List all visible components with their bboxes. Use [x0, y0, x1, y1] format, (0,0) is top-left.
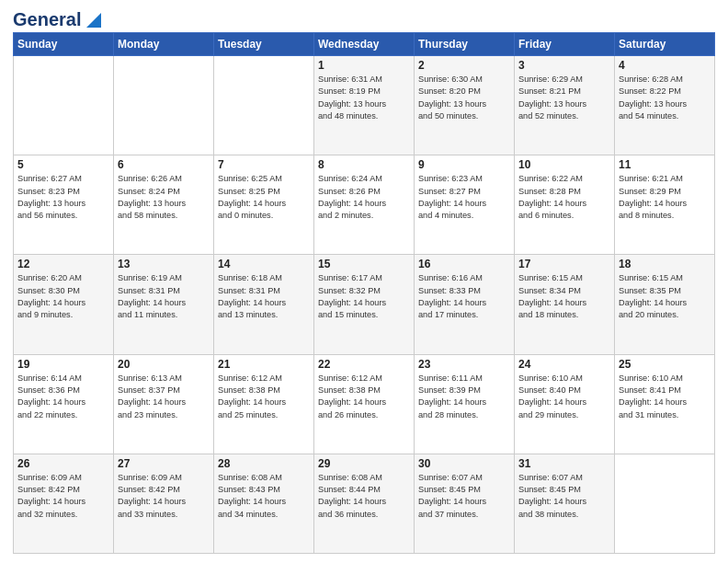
- day-number: 2: [418, 59, 510, 72]
- calendar-cell: 29Sunrise: 6:08 AM Sunset: 8:44 PM Dayli…: [314, 454, 415, 553]
- day-info: Sunrise: 6:25 AM Sunset: 8:25 PM Dayligh…: [218, 173, 310, 222]
- calendar-week-row: 12Sunrise: 6:20 AM Sunset: 8:30 PM Dayli…: [14, 255, 715, 354]
- day-number: 26: [17, 457, 109, 470]
- calendar-cell: 18Sunrise: 6:15 AM Sunset: 8:35 PM Dayli…: [615, 255, 715, 354]
- day-number: 16: [418, 258, 510, 270]
- calendar-cell: 14Sunrise: 6:18 AM Sunset: 8:31 PM Dayli…: [214, 255, 314, 354]
- day-info: Sunrise: 6:20 AM Sunset: 8:30 PM Dayligh…: [17, 272, 109, 321]
- calendar-cell: [615, 454, 715, 553]
- calendar-week-row: 5Sunrise: 6:27 AM Sunset: 8:23 PM Daylig…: [14, 155, 715, 255]
- day-info: Sunrise: 6:17 AM Sunset: 8:32 PM Dayligh…: [318, 272, 410, 321]
- day-number: 13: [118, 258, 210, 270]
- weekday-header-sunday: Sunday: [14, 33, 114, 56]
- header: General: [13, 9, 715, 27]
- day-info: Sunrise: 6:15 AM Sunset: 8:34 PM Dayligh…: [518, 272, 610, 321]
- day-number: 5: [17, 158, 109, 171]
- calendar-cell: 1Sunrise: 6:31 AM Sunset: 8:19 PM Daylig…: [314, 56, 415, 155]
- day-info: Sunrise: 6:10 AM Sunset: 8:41 PM Dayligh…: [619, 373, 711, 421]
- day-number: 1: [318, 59, 410, 72]
- day-info: Sunrise: 6:15 AM Sunset: 8:35 PM Dayligh…: [619, 272, 711, 321]
- day-info: Sunrise: 6:08 AM Sunset: 8:44 PM Dayligh…: [318, 472, 410, 521]
- calendar-cell: 25Sunrise: 6:10 AM Sunset: 8:41 PM Dayli…: [615, 354, 715, 454]
- day-info: Sunrise: 6:12 AM Sunset: 8:38 PM Dayligh…: [318, 373, 410, 421]
- calendar-table: SundayMondayTuesdayWednesdayThursdayFrid…: [13, 32, 715, 554]
- day-number: 17: [518, 258, 610, 270]
- day-info: Sunrise: 6:12 AM Sunset: 8:38 PM Dayligh…: [218, 373, 310, 421]
- calendar-cell: 11Sunrise: 6:21 AM Sunset: 8:29 PM Dayli…: [615, 155, 715, 255]
- day-info: Sunrise: 6:09 AM Sunset: 8:42 PM Dayligh…: [17, 472, 109, 521]
- day-number: 12: [17, 258, 109, 270]
- calendar-cell: 26Sunrise: 6:09 AM Sunset: 8:42 PM Dayli…: [14, 454, 114, 553]
- logo: General: [13, 9, 101, 27]
- day-info: Sunrise: 6:11 AM Sunset: 8:39 PM Dayligh…: [418, 373, 510, 421]
- calendar-cell: 21Sunrise: 6:12 AM Sunset: 8:38 PM Dayli…: [214, 354, 314, 454]
- day-info: Sunrise: 6:22 AM Sunset: 8:28 PM Dayligh…: [518, 173, 610, 222]
- calendar-cell: 16Sunrise: 6:16 AM Sunset: 8:33 PM Dayli…: [415, 255, 515, 354]
- day-info: Sunrise: 6:13 AM Sunset: 8:37 PM Dayligh…: [118, 373, 210, 421]
- day-info: Sunrise: 6:31 AM Sunset: 8:19 PM Dayligh…: [318, 74, 410, 122]
- calendar-cell: 15Sunrise: 6:17 AM Sunset: 8:32 PM Dayli…: [314, 255, 415, 354]
- calendar-cell: 30Sunrise: 6:07 AM Sunset: 8:45 PM Dayli…: [415, 454, 515, 553]
- day-info: Sunrise: 6:19 AM Sunset: 8:31 PM Dayligh…: [118, 272, 210, 321]
- day-number: 29: [318, 457, 410, 470]
- day-number: 14: [218, 258, 310, 270]
- calendar-cell: 19Sunrise: 6:14 AM Sunset: 8:36 PM Dayli…: [14, 354, 114, 454]
- calendar-cell: 27Sunrise: 6:09 AM Sunset: 8:42 PM Dayli…: [114, 454, 214, 553]
- day-info: Sunrise: 6:14 AM Sunset: 8:36 PM Dayligh…: [17, 373, 109, 421]
- day-info: Sunrise: 6:28 AM Sunset: 8:22 PM Dayligh…: [619, 74, 711, 122]
- calendar-cell: 28Sunrise: 6:08 AM Sunset: 8:43 PM Dayli…: [214, 454, 314, 553]
- calendar-cell: 22Sunrise: 6:12 AM Sunset: 8:38 PM Dayli…: [314, 354, 415, 454]
- calendar-cell: 10Sunrise: 6:22 AM Sunset: 8:28 PM Dayli…: [515, 155, 615, 255]
- weekday-header-tuesday: Tuesday: [214, 33, 314, 56]
- weekday-header-row: SundayMondayTuesdayWednesdayThursdayFrid…: [14, 33, 715, 56]
- day-number: 6: [118, 158, 210, 171]
- day-info: Sunrise: 6:30 AM Sunset: 8:20 PM Dayligh…: [418, 74, 510, 122]
- calendar-cell: [114, 56, 214, 155]
- day-info: Sunrise: 6:09 AM Sunset: 8:42 PM Dayligh…: [118, 472, 210, 521]
- svg-marker-0: [86, 13, 101, 28]
- calendar-cell: 12Sunrise: 6:20 AM Sunset: 8:30 PM Dayli…: [14, 255, 114, 354]
- calendar-cell: 4Sunrise: 6:28 AM Sunset: 8:22 PM Daylig…: [615, 56, 715, 155]
- day-number: 23: [418, 358, 510, 371]
- day-info: Sunrise: 6:23 AM Sunset: 8:27 PM Dayligh…: [418, 173, 510, 222]
- day-number: 19: [17, 358, 109, 371]
- calendar-cell: 24Sunrise: 6:10 AM Sunset: 8:40 PM Dayli…: [515, 354, 615, 454]
- day-number: 30: [418, 457, 510, 470]
- calendar-cell: 2Sunrise: 6:30 AM Sunset: 8:20 PM Daylig…: [415, 56, 515, 155]
- day-number: 24: [518, 358, 610, 371]
- day-info: Sunrise: 6:29 AM Sunset: 8:21 PM Dayligh…: [518, 74, 610, 122]
- day-number: 22: [318, 358, 410, 371]
- day-number: 8: [318, 158, 410, 171]
- weekday-header-saturday: Saturday: [615, 33, 715, 56]
- calendar-cell: 17Sunrise: 6:15 AM Sunset: 8:34 PM Dayli…: [515, 255, 615, 354]
- day-number: 21: [218, 358, 310, 371]
- day-number: 11: [619, 158, 711, 171]
- day-number: 7: [218, 158, 310, 171]
- calendar-cell: 5Sunrise: 6:27 AM Sunset: 8:23 PM Daylig…: [14, 155, 114, 255]
- calendar-cell: [14, 56, 114, 155]
- calendar-cell: 3Sunrise: 6:29 AM Sunset: 8:21 PM Daylig…: [515, 56, 615, 155]
- calendar-cell: 31Sunrise: 6:07 AM Sunset: 8:45 PM Dayli…: [515, 454, 615, 553]
- day-number: 31: [518, 457, 610, 470]
- day-number: 4: [619, 59, 711, 72]
- day-info: Sunrise: 6:21 AM Sunset: 8:29 PM Dayligh…: [619, 173, 711, 222]
- day-info: Sunrise: 6:27 AM Sunset: 8:23 PM Dayligh…: [17, 173, 109, 222]
- day-number: 9: [418, 158, 510, 171]
- calendar-cell: 7Sunrise: 6:25 AM Sunset: 8:25 PM Daylig…: [214, 155, 314, 255]
- calendar-week-row: 19Sunrise: 6:14 AM Sunset: 8:36 PM Dayli…: [14, 354, 715, 454]
- day-info: Sunrise: 6:08 AM Sunset: 8:43 PM Dayligh…: [218, 472, 310, 521]
- day-number: 27: [118, 457, 210, 470]
- day-number: 20: [118, 358, 210, 371]
- calendar-cell: 13Sunrise: 6:19 AM Sunset: 8:31 PM Dayli…: [114, 255, 214, 354]
- calendar-cell: 9Sunrise: 6:23 AM Sunset: 8:27 PM Daylig…: [415, 155, 515, 255]
- day-info: Sunrise: 6:10 AM Sunset: 8:40 PM Dayligh…: [518, 373, 610, 421]
- weekday-header-monday: Monday: [114, 33, 214, 56]
- calendar-cell: 23Sunrise: 6:11 AM Sunset: 8:39 PM Dayli…: [415, 354, 515, 454]
- day-number: 15: [318, 258, 410, 270]
- logo-general: General: [13, 9, 81, 30]
- day-info: Sunrise: 6:18 AM Sunset: 8:31 PM Dayligh…: [218, 272, 310, 321]
- day-number: 10: [518, 158, 610, 171]
- day-info: Sunrise: 6:26 AM Sunset: 8:24 PM Dayligh…: [118, 173, 210, 222]
- calendar-cell: 6Sunrise: 6:26 AM Sunset: 8:24 PM Daylig…: [114, 155, 214, 255]
- day-number: 3: [518, 59, 610, 72]
